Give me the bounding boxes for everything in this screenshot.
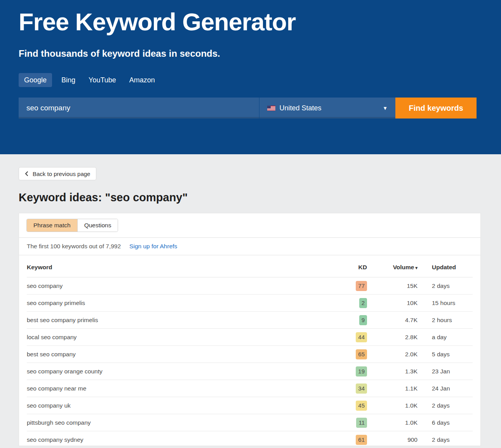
kd-cell: 44 (340, 332, 367, 342)
keyword-cell: seo company (27, 282, 340, 289)
search-engine-tabs: Google Bing YouTube Amazon (19, 73, 501, 87)
kd-badge: 2 (359, 298, 367, 308)
kd-badge: 19 (356, 366, 367, 377)
keyword-cell: seo company orange county (27, 368, 340, 375)
table-row: local seo company 44 2.8K a day (27, 329, 473, 346)
updated-cell: 24 Jan (432, 385, 473, 392)
table-body: seo company 77 15K 2 days seo company pr… (27, 277, 473, 446)
updated-cell: a day (432, 334, 473, 341)
volume-cell: 1.3K (367, 368, 418, 375)
table-row: best seo company 65 2.0K 5 days (27, 346, 473, 363)
summary-row: The first 100 keywords out of 7,992 Sign… (19, 238, 480, 255)
kd-badge: 11 (356, 418, 367, 428)
keyword-cell: best seo company primelis (27, 317, 340, 324)
table-row: pittsburgh seo company 11 1.0K 6 days (27, 414, 473, 431)
table-row: seo company uk 45 1.0K 2 days (27, 397, 473, 414)
volume-cell: 1.0K (367, 419, 418, 426)
column-header-volume[interactable]: Volume▾ (367, 264, 418, 271)
match-type-tabs: Phrase match Questions (26, 219, 118, 232)
updated-cell: 15 hours (432, 300, 473, 307)
volume-cell: 2.0K (367, 351, 418, 358)
volume-cell: 1.0K (367, 402, 418, 409)
kd-badge: 77 (356, 281, 367, 291)
back-button[interactable]: Back to previous page (19, 167, 96, 180)
keyword-ideas-title: Keyword ideas: "seo company" (19, 191, 482, 204)
column-header-kd: KD (340, 264, 367, 271)
chevron-left-icon (25, 171, 28, 176)
hero-header: Free Keyword Generator Find thousands of… (0, 0, 501, 154)
keyword-cell: best seo company (27, 351, 340, 358)
country-label: United States (279, 104, 321, 112)
kd-cell: 2 (340, 298, 367, 308)
kd-cell: 9 (340, 315, 367, 325)
kd-badge: 45 (356, 401, 367, 411)
kd-cell: 11 (340, 418, 367, 428)
kd-cell: 61 (340, 435, 367, 445)
tab-phrase-match[interactable]: Phrase match (27, 219, 77, 232)
column-header-updated: Updated (432, 264, 473, 271)
table-row: seo company 77 15K 2 days (27, 277, 473, 295)
summary-text: The first 100 keywords out of 7,992 (27, 243, 121, 250)
keyword-cell: seo company sydney (27, 436, 340, 443)
table-row: seo company orange county 19 1.3K 23 Jan (27, 363, 473, 380)
kd-badge: 44 (356, 332, 367, 342)
updated-cell: 2 hours (432, 317, 473, 324)
volume-cell: 2.8K (367, 334, 418, 341)
kd-cell: 19 (340, 366, 367, 377)
updated-cell: 2 days (432, 282, 473, 289)
country-select[interactable]: United States ▼ (259, 98, 395, 119)
kd-badge: 34 (356, 384, 367, 394)
volume-cell: 1.1K (367, 385, 418, 392)
results-panel: Phrase match Questions The first 100 key… (19, 213, 481, 446)
us-flag-icon (267, 106, 275, 111)
keyword-cell: seo company primelis (27, 300, 340, 307)
signup-link[interactable]: Sign up for Ahrefs (129, 243, 177, 250)
page-subheading: Find thousands of keyword ideas in secon… (19, 48, 501, 59)
find-keywords-button[interactable]: Find keywords (395, 98, 477, 119)
tab-bing[interactable]: Bing (61, 73, 76, 87)
page-heading: Free Keyword Generator (19, 0, 501, 36)
keyword-cell: local seo company (27, 334, 340, 341)
kd-cell: 77 (340, 281, 367, 291)
match-tabs-row: Phrase match Questions (19, 213, 480, 238)
keyword-search-input[interactable] (19, 98, 259, 119)
table-header-row: Keyword KD Volume▾ Updated (27, 255, 473, 277)
chevron-down-icon: ▼ (383, 105, 388, 111)
tab-amazon[interactable]: Amazon (129, 73, 156, 87)
column-header-keyword: Keyword (27, 264, 340, 271)
back-button-label: Back to previous page (33, 171, 90, 177)
kd-cell: 45 (340, 401, 367, 411)
keyword-cell: seo company near me (27, 385, 340, 392)
volume-cell: 4.7K (367, 317, 418, 324)
tab-google[interactable]: Google (19, 73, 52, 87)
sort-desc-icon: ▾ (415, 265, 418, 270)
kd-cell: 34 (340, 384, 367, 394)
keywords-table: Keyword KD Volume▾ Updated seo company 7… (19, 255, 480, 446)
table-row: best seo company primelis 9 4.7K 2 hours (27, 312, 473, 329)
updated-cell: 2 days (432, 436, 473, 443)
kd-cell: 65 (340, 349, 367, 359)
table-row: seo company sydney 61 900 2 days (27, 431, 473, 446)
updated-cell: 6 days (432, 419, 473, 426)
search-bar: United States ▼ Find keywords (19, 98, 477, 119)
results-section: Back to previous page Keyword ideas: "se… (0, 154, 501, 446)
keyword-cell: pittsburgh seo company (27, 419, 340, 426)
volume-cell: 10K (367, 300, 418, 307)
tab-questions[interactable]: Questions (77, 219, 118, 232)
volume-cell: 900 (367, 436, 418, 443)
table-row: seo company primelis 2 10K 15 hours (27, 295, 473, 312)
keyword-cell: seo company uk (27, 402, 340, 409)
kd-badge: 61 (356, 435, 367, 445)
updated-cell: 5 days (432, 351, 473, 358)
tab-youtube[interactable]: YouTube (88, 73, 117, 87)
volume-cell: 15K (367, 282, 418, 289)
kd-badge: 65 (356, 349, 367, 359)
table-row: seo company near me 34 1.1K 24 Jan (27, 380, 473, 397)
updated-cell: 2 days (432, 402, 473, 409)
updated-cell: 23 Jan (432, 368, 473, 375)
kd-badge: 9 (359, 315, 367, 325)
